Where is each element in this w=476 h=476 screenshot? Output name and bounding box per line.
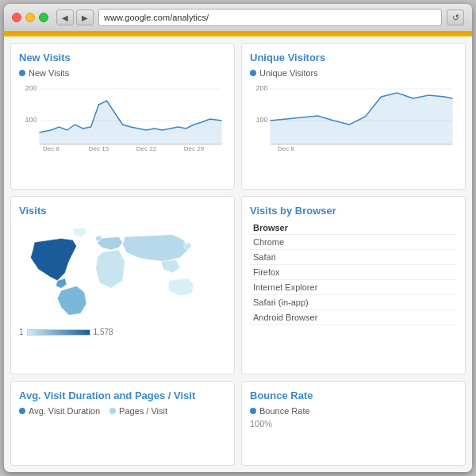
browser-name: Internet Explorer — [250, 280, 457, 295]
browser-row: Internet Explorer — [250, 280, 457, 295]
unique-visitors-card: Unique Visitors Unique Visitors 200 100 … — [241, 43, 466, 190]
visits-map-card: Visits — [10, 196, 235, 374]
map-legend-max: 1,578 — [94, 328, 113, 336]
back-button[interactable]: ◀ — [56, 10, 74, 25]
avg-visit-title: Avg. Visit Duration and Pages / Visit — [19, 390, 226, 401]
unique-visitors-legend-label: Unique Visitors — [259, 68, 318, 78]
bounce-rate-card: Bounce Rate Bounce Rate 100% — [241, 381, 466, 466]
bounce-rate-title: Bounce Rate — [250, 390, 457, 401]
unique-visitors-title: Unique Visitors — [250, 52, 457, 63]
address-bar[interactable]: www.google.com/analytics/ — [98, 9, 442, 26]
close-button[interactable] — [12, 13, 21, 22]
browser-col-header: Browser — [250, 221, 457, 235]
bounce-rate-legend: Bounce Rate — [250, 406, 457, 416]
browser-row: Android Browser — [250, 310, 457, 325]
svg-text:Dec 8: Dec 8 — [43, 145, 60, 152]
page-content: New Visits New Visits 200 100 — [4, 36, 472, 472]
new-visits-dot — [19, 70, 25, 76]
maximize-button[interactable] — [39, 13, 48, 22]
browser-name: Firefox — [250, 265, 457, 280]
map-legend-min: 1 — [19, 328, 24, 336]
browser-window: ◀ ▶ www.google.com/analytics/ ↺ New Visi… — [4, 4, 472, 472]
avg-duration-legend: Avg. Visit Duration — [19, 406, 100, 416]
unique-visitors-dot — [250, 70, 256, 76]
y-label-100: 100 — [25, 116, 37, 124]
browser-name: Chrome — [250, 235, 457, 250]
minimize-button[interactable] — [25, 13, 35, 22]
forward-button[interactable]: ▶ — [76, 10, 94, 25]
avg-duration-label: Avg. Visit Duration — [29, 406, 100, 416]
browser-name: Safari — [250, 250, 457, 265]
new-visits-chart: 200 100 Dec 8 Dec 15 Dec 22 Dec 29 — [19, 81, 226, 152]
title-bar: ◀ ▶ www.google.com/analytics/ ↺ — [4, 4, 472, 32]
map-legend: 1 1,578 — [19, 328, 226, 336]
bounce-rate-dot — [250, 408, 256, 414]
pages-visit-label: Pages / Visit — [119, 406, 167, 416]
new-visits-legend-label: New Visits — [29, 68, 69, 78]
svg-text:Dec 29: Dec 29 — [184, 145, 205, 152]
nav-buttons: ◀ ▶ — [56, 10, 94, 25]
reload-button[interactable]: ↺ — [447, 10, 464, 25]
browser-card-title: Visits by Browser — [250, 205, 457, 217]
map-container — [19, 221, 226, 324]
browser-row: Safari (in-app) — [250, 295, 457, 310]
avg-visit-card: Avg. Visit Duration and Pages / Visit Av… — [10, 381, 235, 466]
browser-row: Chrome — [250, 235, 457, 250]
svg-text:Dec 8: Dec 8 — [278, 145, 294, 152]
avg-duration-dot — [19, 408, 25, 414]
bounce-rate-value: 100% — [250, 419, 457, 428]
browser-row: Firefox — [250, 265, 457, 280]
new-visits-card: New Visits New Visits 200 100 — [10, 43, 235, 190]
map-gradient-bar — [27, 329, 90, 336]
traffic-lights — [12, 13, 48, 22]
new-visits-legend: New Visits — [19, 68, 226, 78]
visits-map-title: Visits — [19, 205, 226, 217]
url-text: www.google.com/analytics/ — [104, 13, 209, 22]
bounce-rate-legend-label: Bounce Rate — [259, 406, 310, 416]
unique-visitors-legend: Unique Visitors — [250, 68, 457, 78]
visits-by-browser-card: Visits by Browser Browser ChromeSafariFi… — [241, 196, 466, 374]
pages-visit-dot — [109, 408, 116, 414]
browser-table: Browser ChromeSafariFirefoxInternet Expl… — [250, 221, 457, 325]
svg-text:Dec 15: Dec 15 — [89, 145, 109, 152]
browser-name: Safari (in-app) — [250, 295, 457, 310]
new-visits-title: New Visits — [19, 52, 226, 63]
browser-name: Android Browser — [250, 310, 457, 325]
y-label-200: 200 — [25, 84, 37, 92]
unique-visitors-chart: 200 100 Dec 8 — [250, 81, 457, 152]
pages-visit-legend: Pages / Visit — [109, 406, 167, 416]
svg-text:200: 200 — [256, 84, 268, 92]
svg-text:100: 100 — [256, 116, 268, 124]
svg-text:Dec 22: Dec 22 — [136, 145, 157, 152]
browser-row: Safari — [250, 250, 457, 265]
